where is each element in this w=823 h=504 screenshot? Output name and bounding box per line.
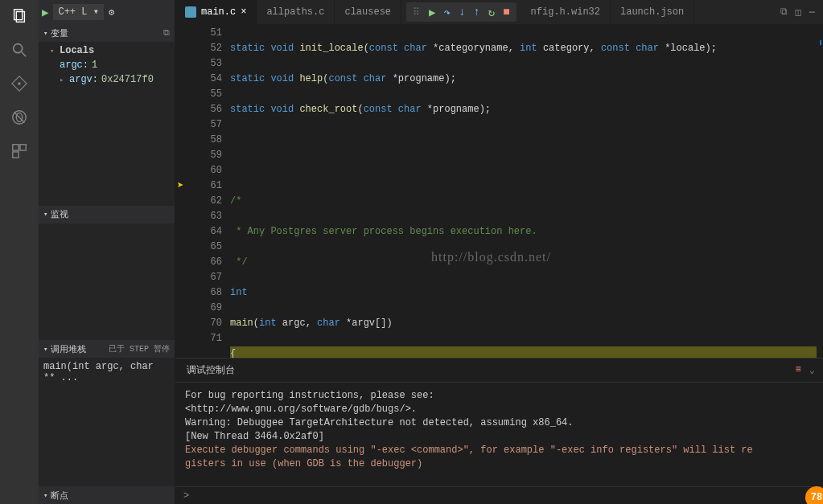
svg-rect-10 (13, 152, 19, 158)
glyph-margin: ➤ (175, 24, 190, 358)
restart-button[interactable]: ↻ (488, 6, 495, 19)
tab-main-c[interactable]: main.c× (175, 0, 257, 24)
clear-console-icon[interactable]: ≡ (796, 364, 801, 376)
watch-section-header[interactable]: ▾监视 (39, 206, 175, 223)
callstack-section-header[interactable]: ▾调用堆栈 已于 STEP 暂停 (39, 340, 175, 358)
breakpoints-section-header[interactable]: ▾断点 (39, 486, 175, 504)
continue-button[interactable]: ▶ (429, 6, 435, 19)
collapse-icon[interactable]: ⧉ (163, 28, 170, 38)
split-icon[interactable]: ◫ (796, 6, 801, 18)
var-argc[interactable]: argc: 1 (39, 58, 175, 72)
debug-icon[interactable] (10, 108, 29, 127)
panel-tabs: 调试控制台 ≡ ⌄ (175, 359, 823, 383)
locals-scope[interactable]: ▾Locals (39, 43, 175, 58)
debug-config-bar: ▶ C++ L ▾ ⚙ (39, 0, 175, 24)
drag-handle-icon[interactable]: ⠿ (413, 6, 421, 18)
editor-area: main.c× allpaths.c clausese ⠿ ▶ ↷ ↓ ↑ ↻ … (175, 0, 823, 504)
gear-icon[interactable]: ⚙ (109, 6, 114, 18)
step-over-button[interactable]: ↷ (443, 6, 450, 19)
extensions-icon[interactable] (10, 141, 29, 161)
tab-clausesel[interactable]: clausese (335, 0, 401, 24)
variables-section-header[interactable]: ▾变量 ⧉ (39, 24, 175, 42)
notification-badge[interactable]: 78 (805, 486, 823, 504)
search-icon[interactable] (10, 40, 29, 59)
activity-bar (0, 0, 39, 504)
step-into-button[interactable]: ↓ (459, 6, 465, 18)
close-icon[interactable]: × (241, 6, 246, 18)
debug-config-select[interactable]: C++ L ▾ (53, 4, 103, 20)
debug-toolbar[interactable]: ⠿ ▶ ↷ ↓ ↑ ↻ ■ (406, 2, 516, 22)
line-numbers: 5152535455565758596061626364656667686970… (190, 24, 230, 358)
var-argv[interactable]: ▸argv: 0x24717f0 (39, 72, 175, 87)
callstack-body: main(int argc, char ** ... (39, 358, 175, 486)
svg-rect-11 (185, 6, 196, 18)
svg-rect-9 (20, 145, 26, 150)
chevron-down-icon[interactable]: ⌄ (809, 364, 815, 376)
tabs-row: main.c× allpaths.c clausese ⠿ ▶ ↷ ↓ ↑ ↻ … (175, 0, 823, 24)
more-icon[interactable]: ⋯ (809, 6, 815, 18)
debug-console-output[interactable]: For bug reporting instructions, please s… (175, 383, 823, 486)
svg-line-3 (22, 52, 27, 57)
svg-point-4 (18, 82, 21, 85)
explorer-icon[interactable] (10, 6, 29, 26)
variables-body: ▾Locals argc: 1 ▸argv: 0x24717f0 (39, 42, 175, 88)
tab-allpaths[interactable]: allpaths.c (257, 0, 335, 24)
debug-console-tab[interactable]: 调试控制台 (183, 363, 238, 377)
bottom-panel: 调试控制台 ≡ ⌄ For bug reporting instructions… (175, 358, 823, 504)
svg-rect-1 (16, 12, 24, 23)
svg-rect-0 (14, 10, 23, 20)
code-editor[interactable]: ➤ 51525354555657585960616263646566676869… (175, 24, 823, 358)
start-debug-button[interactable]: ▶ (42, 6, 48, 19)
tab-launch[interactable]: launch.json (611, 0, 694, 24)
overview-ruler[interactable] (817, 24, 823, 358)
compare-icon[interactable]: ⧉ (780, 6, 788, 18)
tab-config[interactable]: nfig.h.win32 (521, 0, 611, 24)
code-content[interactable]: static void init_locale(const char *cate… (230, 24, 817, 358)
step-out-button[interactable]: ↑ (473, 6, 479, 18)
svg-line-6 (14, 113, 25, 123)
stop-button[interactable]: ■ (503, 6, 509, 18)
svg-point-2 (14, 44, 23, 53)
source-control-icon[interactable] (10, 74, 29, 93)
stack-frame[interactable]: main(int argc, char ** ... (39, 359, 175, 385)
debug-console-input[interactable]: > (175, 486, 823, 504)
svg-rect-8 (13, 145, 19, 150)
debug-sidebar: ▶ C++ L ▾ ⚙ ▾变量 ⧉ ▾Locals argc: 1 ▸argv:… (39, 0, 175, 504)
